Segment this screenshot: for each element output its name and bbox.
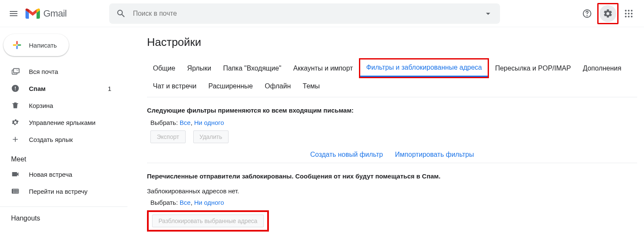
- search-options-button[interactable]: [480, 5, 497, 22]
- compose-label: Написать: [29, 42, 57, 49]
- nav-label: Создать ярлык: [29, 136, 73, 143]
- svg-point-6: [628, 13, 630, 14]
- blocked-heading: Перечисленные отправители заблокированы.…: [147, 172, 637, 180]
- tab-general[interactable]: Общие: [147, 60, 181, 76]
- gear-small-icon: [11, 118, 20, 127]
- page-title: Настройки: [147, 36, 637, 49]
- gmail-logo-text: Gmail: [43, 8, 67, 19]
- svg-point-2: [625, 10, 627, 11]
- meet-new-meeting[interactable]: Новая встреча: [0, 166, 122, 183]
- tab-themes[interactable]: Темы: [297, 78, 326, 94]
- svg-point-1: [587, 15, 588, 16]
- main-menu-button[interactable]: [3, 3, 24, 24]
- svg-point-7: [631, 13, 633, 14]
- help-icon: [582, 8, 592, 19]
- warning-icon: [11, 84, 20, 93]
- tab-filters-blocked[interactable]: Фильтры и заблокированные адреса: [360, 59, 488, 77]
- filters-select-line: Выбрать: Все, Ни одного: [150, 119, 637, 126]
- settings-main: Настройки Общие Ярлыки Папка "Входящие" …: [127, 27, 644, 240]
- select-none-link[interactable]: Ни одного: [194, 119, 224, 126]
- stacked-mail-icon: [11, 67, 20, 76]
- select-label: Выбрать:: [150, 199, 178, 206]
- divider: [147, 97, 637, 97]
- tab-accounts[interactable]: Аккаунты и импорт: [287, 60, 359, 76]
- gmail-logo-icon: [25, 8, 40, 19]
- nav-count: 1: [108, 85, 111, 92]
- hangouts-section-title: Hangouts: [0, 207, 127, 225]
- trash-icon: [11, 101, 20, 110]
- export-button[interactable]: Экспорт: [150, 130, 186, 143]
- unblock-highlight: Разблокировать выбранные адреса: [147, 210, 269, 232]
- nav-label: Новая встреча: [29, 171, 72, 178]
- support-button[interactable]: [579, 5, 596, 22]
- tab-labels[interactable]: Ярлыки: [181, 60, 217, 76]
- tab-advanced[interactable]: Расширенные: [203, 78, 259, 94]
- search-bar: [109, 3, 500, 24]
- settings-highlight: [597, 3, 619, 24]
- create-filter-link[interactable]: Создать новый фильтр: [310, 151, 383, 158]
- filters-heading: Следующие фильтры применяются ко всем вх…: [147, 107, 637, 114]
- nav-list: Вся почта Спам 1 Корзина Управление ярлы…: [0, 63, 127, 148]
- search-icon: [116, 8, 126, 19]
- nav-label: Перейти на встречу: [29, 188, 88, 195]
- keyboard-icon: [11, 187, 20, 195]
- video-icon: [11, 170, 20, 178]
- tab-forwarding[interactable]: Пересылка и POP/IMAP: [489, 60, 576, 76]
- blocked-select-line: Выбрать: Все, Ни одного: [150, 199, 637, 206]
- svg-point-3: [628, 10, 630, 11]
- gmail-logo[interactable]: Gmail: [25, 8, 67, 19]
- svg-point-10: [631, 16, 633, 17]
- tab-chat[interactable]: Чат и встречи: [147, 78, 203, 94]
- nav-label: Управление ярлыками: [29, 119, 96, 126]
- compose-button[interactable]: Написать: [3, 34, 69, 56]
- tab-addons[interactable]: Дополнения: [577, 60, 627, 76]
- sidebar-item-all-mail[interactable]: Вся почта: [0, 63, 122, 80]
- meet-join-meeting[interactable]: Перейти на встречу: [0, 183, 122, 200]
- svg-point-9: [628, 16, 630, 17]
- apps-button[interactable]: [620, 5, 637, 22]
- sidebar: Написать Вся почта Спам 1 Корзина Управл…: [0, 27, 127, 240]
- select-all-link[interactable]: Все: [180, 119, 191, 126]
- search-input[interactable]: [130, 10, 480, 17]
- nav-label: Вся почта: [29, 68, 58, 75]
- select-none-blocked-link[interactable]: Ни одного: [194, 199, 224, 206]
- settings-button[interactable]: [599, 5, 616, 22]
- menu-icon: [8, 8, 19, 19]
- import-filters-link[interactable]: Импортировать фильтры: [395, 151, 474, 158]
- nav-label: Спам: [29, 85, 45, 92]
- nav-label: Корзина: [29, 102, 53, 109]
- select-all-blocked-link[interactable]: Все: [180, 199, 191, 206]
- tab-filters-highlight: Фильтры и заблокированные адреса: [359, 58, 489, 78]
- svg-point-8: [625, 16, 627, 17]
- search-button[interactable]: [113, 5, 130, 22]
- delete-button[interactable]: Удалить: [193, 130, 229, 143]
- filter-actions: Создать новый фильтр Импортировать фильт…: [147, 151, 637, 158]
- apps-grid-icon: [624, 8, 634, 19]
- sidebar-item-manage-labels[interactable]: Управление ярлыками: [0, 114, 122, 131]
- no-blocked-message: Заблокированных адресов нет.: [147, 187, 637, 195]
- select-label: Выбрать:: [150, 119, 178, 126]
- sidebar-item-create-label[interactable]: Создать ярлык: [0, 131, 122, 148]
- svg-point-5: [625, 13, 627, 14]
- divider: [147, 163, 637, 163]
- gear-icon: [603, 8, 613, 19]
- meet-section-title: Meet: [0, 148, 127, 166]
- plus-small-icon: [11, 135, 20, 144]
- tab-offline[interactable]: Офлайн: [259, 78, 297, 94]
- unblock-button[interactable]: Разблокировать выбранные адреса: [152, 215, 264, 227]
- caret-down-icon: [483, 8, 493, 19]
- header: Gmail: [0, 0, 644, 27]
- tab-inbox[interactable]: Папка "Входящие": [217, 60, 287, 76]
- sidebar-item-trash[interactable]: Корзина: [0, 97, 122, 114]
- svg-point-4: [631, 10, 633, 11]
- plus-icon: [11, 39, 23, 51]
- sidebar-item-spam[interactable]: Спам 1: [0, 80, 122, 97]
- settings-tabs: Общие Ярлыки Папка "Входящие" Аккаунты и…: [147, 58, 637, 94]
